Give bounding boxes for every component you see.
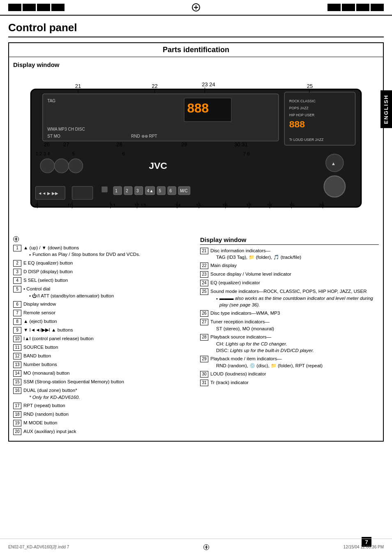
svg-rect-1	[43, 94, 279, 141]
left-item-5: 5 • Control dial • ⏻/I ATT (standby/on a…	[13, 286, 192, 299]
left-item-4: 4 S SEL (select) button	[13, 277, 192, 284]
device-diagram: TAG WMA MP3 CH DISC ST MO RND ⊛⊛ RPT 888…	[13, 71, 379, 232]
item-text-17: RPT (repeat) button	[23, 402, 65, 409]
english-tab: ENGLISH	[380, 90, 392, 128]
svg-text:7  8: 7 8	[243, 151, 250, 156]
item-text-9: ▼ I◄◄/▶▶I ▲ buttons	[23, 327, 73, 333]
footer-left: EN02-07_KD-ADV6160[J]!.indd 7	[8, 545, 69, 549]
left-item-3: 3 D DISP (display) button	[13, 268, 192, 275]
right-item-22: 22 Main display	[200, 262, 379, 269]
item-text-24: EQ (equalizer) indicator	[210, 279, 260, 286]
svg-text:◄◄  ▶  ▶▶: ◄◄ ▶ ▶▶	[38, 191, 58, 196]
item-num-9: 9	[13, 327, 21, 334]
item-num-29: 29	[200, 356, 208, 362]
top-bar-left-blocks	[8, 4, 65, 11]
page-title: Control panel	[8, 21, 384, 37]
svg-text:6: 6	[169, 189, 172, 193]
left-item-11: 11 SOURCE button	[13, 344, 192, 351]
svg-text:25: 25	[307, 83, 313, 89]
svg-text:2: 2	[126, 189, 128, 193]
svg-text:3: 3	[136, 189, 139, 193]
right-item-21: 21 Disc information indicators— TAG (ID3…	[200, 247, 379, 261]
item-num-4: 4	[13, 277, 21, 284]
item-num-3: 3	[13, 269, 21, 275]
right-section-title: Display window	[200, 236, 379, 245]
item-sub-text-1: Function as Play / Stop buttons for DVD …	[32, 251, 140, 258]
item-text-12: BAND button	[23, 352, 51, 359]
item-num-5: 5	[13, 286, 21, 292]
item-sub-25: ▬▬▬ also works as the time countdown ind…	[219, 295, 379, 308]
svg-text:JVC: JVC	[149, 160, 167, 171]
svg-rect-57	[135, 187, 143, 195]
svg-text:ROCK CLASSIC: ROCK CLASSIC	[289, 99, 316, 103]
top-bar-block-6	[342, 4, 355, 11]
left-item-8: 8 ▲ (eject) button	[13, 318, 192, 325]
parts-id-title: Parts identification	[9, 43, 383, 57]
item-sub-29: RND (random), 💿 (disc), 📁 (folder), RPT …	[216, 363, 323, 368]
item-num-8: 8	[13, 318, 21, 325]
svg-point-33	[69, 159, 83, 173]
item-text-29: Playback mode / item indicators—	[210, 356, 282, 361]
svg-point-37	[324, 176, 345, 197]
left-item-14: 14 MO (monaural) button	[13, 370, 192, 377]
right-item-24: 24 EQ (equalizer) indicator	[200, 279, 379, 286]
item-sub-1: •Function as Play / Stop buttons for DVD…	[29, 251, 140, 258]
item-text-14: MO (monaural) button	[23, 370, 70, 376]
item-sub-16: * Only for KD-ADV6160.	[29, 395, 80, 400]
svg-text:16: 16	[223, 203, 228, 208]
item-text-30: LOUD (loudness) indicator	[210, 371, 266, 377]
svg-text:10: 10	[67, 203, 73, 208]
item-sub-27: ST (stereo), MO (monaural)	[216, 326, 274, 331]
left-item-9: 9 ▼ I◄◄/▶▶I ▲ buttons	[13, 327, 192, 334]
item-text-5a: • Control dial	[23, 286, 50, 291]
left-item-20: 20 AUX (auxiliary) input jack	[13, 428, 192, 435]
left-item-15: 15 SSM (Strong-station Sequential Memory…	[13, 378, 192, 385]
svg-text:20: 20	[319, 203, 324, 208]
svg-point-31	[40, 159, 54, 173]
item-text-21: Disc information indicators—	[210, 248, 270, 253]
item-num-27: 27	[200, 319, 208, 325]
crosshair-icon	[192, 3, 200, 12]
svg-text:19: 19	[289, 203, 295, 208]
description-area: 1 ▲ (up) / ▼ (down) buttons •Function as…	[13, 236, 379, 437]
item-num-10: 10	[13, 336, 21, 342]
left-item-6: 6 Display window	[13, 301, 192, 308]
svg-text:WMA  MP3  CH  DISC: WMA MP3 CH DISC	[47, 127, 85, 131]
item-text-6: Display window	[23, 301, 56, 307]
top-bar-block-3	[37, 4, 50, 11]
left-item-19: 19 M MODE button	[13, 419, 192, 426]
svg-text:18: 18	[267, 203, 272, 208]
svg-text:15: 15	[196, 203, 201, 208]
left-item-7: 7 Remote sensor	[13, 309, 192, 316]
right-item-30: 30 LOUD (loudness) indicator	[200, 371, 379, 378]
item-sub-21: TAG (ID3 Tag), 📁 (folder), 🎵 (track/file…	[216, 255, 301, 260]
item-num-25: 25	[200, 288, 208, 295]
svg-point-32	[54, 159, 68, 173]
left-item-2: 2 E EQ (equalizer) button	[13, 260, 192, 267]
item-num-23: 23	[200, 271, 208, 278]
item-text-23: Source display / Volume level indicator	[210, 271, 291, 277]
crosshair-left	[13, 236, 19, 242]
item-num-2: 2	[13, 260, 21, 267]
item-num-28: 28	[200, 334, 208, 341]
item-num-30: 30	[200, 371, 208, 378]
item-text-18: RND (random) button	[23, 411, 69, 417]
item-num-12: 12	[13, 353, 21, 359]
item-num-6: 6	[13, 301, 21, 308]
top-bar-block-5	[327, 4, 341, 11]
svg-text:888: 888	[187, 101, 209, 115]
svg-text:9: 9	[36, 203, 38, 208]
item-num-7: 7	[13, 310, 21, 316]
item-num-18: 18	[13, 411, 21, 418]
parts-id-box: Parts identification Display window TAG …	[8, 42, 384, 442]
svg-text:5: 5	[159, 189, 161, 193]
svg-rect-61	[157, 187, 165, 195]
svg-text:26: 26	[44, 141, 50, 147]
svg-text:Tr  LOUD USER JAZZ: Tr LOUD USER JAZZ	[289, 138, 323, 142]
top-bar-center	[65, 3, 327, 12]
item-text-5b: • ⏻/I ATT (standby/on attenuator) button	[29, 293, 114, 298]
svg-text:21: 21	[75, 83, 81, 89]
svg-text:22: 22	[152, 83, 157, 89]
svg-text:HIP HOP USER: HIP HOP USER	[289, 113, 314, 117]
item-sub-28b: DISC: Lights up for the built-in DVD/CD …	[216, 348, 314, 353]
